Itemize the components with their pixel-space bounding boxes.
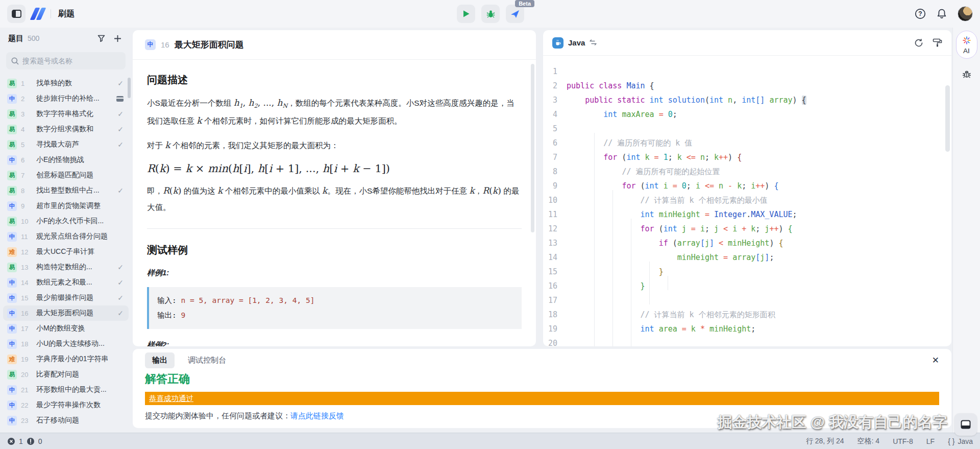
run-button[interactable] — [457, 5, 475, 23]
sidebar-item-13[interactable]: 易13构造特定数组的...✓ — [3, 259, 129, 275]
code-line[interactable]: 5 — [543, 122, 951, 136]
sidebar-item-1[interactable]: 易1找单独的数✓ — [3, 76, 129, 91]
item-number: 6 — [21, 156, 32, 164]
code-line[interactable]: 10 // 计算当前 k 个相邻元素的最小值 — [543, 193, 951, 207]
search-box[interactable] — [6, 52, 126, 69]
sidebar-item-9[interactable]: 中9超市里的货物架调整 — [3, 198, 129, 214]
indentation-setting[interactable]: 空格: 4 — [857, 437, 880, 446]
code-line[interactable]: 13 if (array[j] < minHeight) { — [543, 236, 951, 250]
difficulty-badge: 难 — [7, 247, 17, 257]
sidebar-scrollbar[interactable] — [128, 78, 131, 98]
problem-scrollbar[interactable] — [531, 64, 534, 232]
plus-icon — [114, 35, 121, 42]
language-switch-icon[interactable] — [590, 39, 597, 47]
submit-button[interactable]: Beta — [506, 5, 524, 23]
reset-code-button[interactable] — [914, 38, 923, 48]
code-text: if (array[j] < minHeight) { — [567, 236, 783, 250]
code-line[interactable]: 3 public static int solution(int n, int[… — [543, 93, 951, 107]
cursor-position[interactable]: 行 28, 列 24 — [806, 437, 844, 446]
refresh-icon — [914, 38, 923, 48]
sample1-block: 输入: n = 5, array = [1, 2, 3, 4, 5] 输出: 9 — [147, 287, 522, 329]
tab-output[interactable]: 输出 — [145, 352, 175, 368]
item-title: 小F的永久代币卡回... — [36, 217, 125, 226]
code-line[interactable]: 12 for (int j = i; j < i + k; j++) { — [543, 222, 951, 236]
encoding[interactable]: UTF-8 — [893, 437, 913, 445]
code-line[interactable]: 18 // 计算当前 k 个相邻元素的矩形面积 — [543, 308, 951, 322]
add-problem-button[interactable] — [111, 32, 124, 44]
sidebar-item-18[interactable]: 中18小U的最大连续移动... — [3, 336, 129, 351]
sidebar-item-12[interactable]: 难12最大UCC子串计算 — [3, 244, 129, 259]
code-line[interactable]: 19 int area = k * minHeight; — [543, 322, 951, 336]
code-line[interactable]: 4 int maxArea = 0; — [543, 107, 951, 122]
user-avatar[interactable] — [958, 6, 973, 21]
help-icon[interactable]: ? — [915, 8, 926, 19]
sidebar-item-8[interactable]: 易8找出整型数组中占...✓ — [3, 183, 129, 198]
editor-scrollbar[interactable] — [945, 85, 950, 152]
eol-setting[interactable]: LF — [926, 437, 935, 445]
item-number: 5 — [21, 141, 32, 149]
sidebar-item-10[interactable]: 易10小F的永久代币卡回... — [3, 214, 129, 229]
code-area[interactable]: 12public class Main {3 public static int… — [543, 56, 951, 346]
code-line[interactable]: 15 } — [543, 265, 951, 279]
debug-button[interactable] — [481, 5, 500, 23]
sidebar-item-11[interactable]: 中11观光景点组合得分问题 — [3, 229, 129, 244]
code-line[interactable]: 16 } — [543, 279, 951, 293]
code-line[interactable]: 14 minHeight = array[j]; — [543, 250, 951, 265]
code-line[interactable]: 8 // 遍历所有可能的起始位置 — [543, 164, 951, 179]
toggle-bottom-panel-button[interactable] — [954, 413, 977, 436]
sidebar-item-7[interactable]: 易7创意标题匹配问题 — [3, 168, 129, 183]
solved-check-icon: ✓ — [117, 294, 125, 302]
code-line[interactable]: 9 for (int i = 0; i <= n - k; i++) { — [543, 179, 951, 193]
sidebar-toggle-button[interactable] — [7, 5, 26, 23]
sidebar-item-17[interactable]: 中17小M的数组变换 — [3, 321, 129, 336]
problems-count: 500 — [28, 34, 91, 42]
code-line[interactable]: 2public class Main { — [543, 79, 951, 93]
item-title: 构造特定数组的... — [36, 263, 113, 272]
item-title: 数字分组求偶数和 — [36, 125, 113, 134]
difficulty-badge: 中 — [7, 201, 17, 211]
tab-debug-console[interactable]: 调试控制台 — [188, 356, 226, 365]
sidebar-item-4[interactable]: 易4数字分组求偶数和✓ — [3, 122, 129, 137]
warnings-icon[interactable] — [27, 437, 35, 445]
sidebar-item-5[interactable]: 易5寻找最大葫芦✓ — [3, 137, 129, 152]
format-code-button[interactable] — [933, 38, 942, 48]
code-line[interactable]: 17 — [543, 293, 951, 308]
language-mode[interactable]: { }Java — [948, 437, 973, 445]
item-number: 17 — [21, 325, 32, 333]
errors-icon[interactable] — [7, 437, 15, 445]
difficulty-badge: 中 — [7, 278, 17, 288]
sidebar-item-3[interactable]: 易3数字字符串格式化✓ — [3, 106, 129, 122]
error-count: 1 — [19, 437, 23, 445]
code-line[interactable]: 20 — [543, 336, 951, 346]
sidebar-item-22[interactable]: 中22最少字符串操作次数 — [3, 397, 129, 413]
feedback-link[interactable]: 请点此链接反馈 — [290, 411, 344, 420]
search-input[interactable] — [22, 57, 114, 65]
sidebar-item-19[interactable]: 难19字典序最小的01字符串 — [3, 351, 129, 367]
play-icon — [462, 10, 470, 18]
code-text: public class Main { — [567, 79, 654, 93]
sidebar-item-2[interactable]: 中2徒步旅行中的补给... — [3, 91, 129, 106]
warning-count: 0 — [38, 437, 42, 445]
line-number: 18 — [543, 308, 567, 322]
sidebar-item-6[interactable]: 中6小E的怪物挑战 — [3, 152, 129, 168]
format-brush-icon — [933, 38, 942, 48]
code-line[interactable]: 7 for (int k = 1; k <= n; k++) { — [543, 150, 951, 164]
sidebar-item-14[interactable]: 中14数组元素之和最...✓ — [3, 275, 129, 290]
code-line[interactable]: 1 — [543, 64, 951, 79]
rail-debug-button[interactable] — [961, 70, 973, 79]
sidebar-item-20[interactable]: 易20比赛配对问题 — [3, 367, 129, 382]
code-line[interactable]: 11 int minHeight = Integer.MAX_VALUE; — [543, 207, 951, 222]
filter-button[interactable] — [95, 32, 107, 44]
ai-assistant-button[interactable]: AI — [956, 31, 977, 59]
sidebar-item-16[interactable]: 中16最大矩形面积问题✓ — [3, 305, 129, 321]
difficulty-badge: 中 — [7, 416, 17, 426]
notification-bell-icon[interactable] — [936, 8, 947, 19]
sidebar-item-21[interactable]: 中21环形数组中的最大贡... — [3, 382, 129, 397]
close-output-icon[interactable]: ✕ — [932, 355, 939, 366]
ai-sparkle-icon — [962, 35, 972, 45]
app-logo[interactable] — [33, 8, 43, 20]
line-number: 5 — [543, 122, 567, 136]
sidebar-item-15[interactable]: 中15最少前缀操作问题✓ — [3, 290, 129, 305]
code-line[interactable]: 6 // 遍历所有可能的 k 值 — [543, 136, 951, 150]
sidebar-item-23[interactable]: 中23石子移动问题 — [3, 413, 129, 428]
